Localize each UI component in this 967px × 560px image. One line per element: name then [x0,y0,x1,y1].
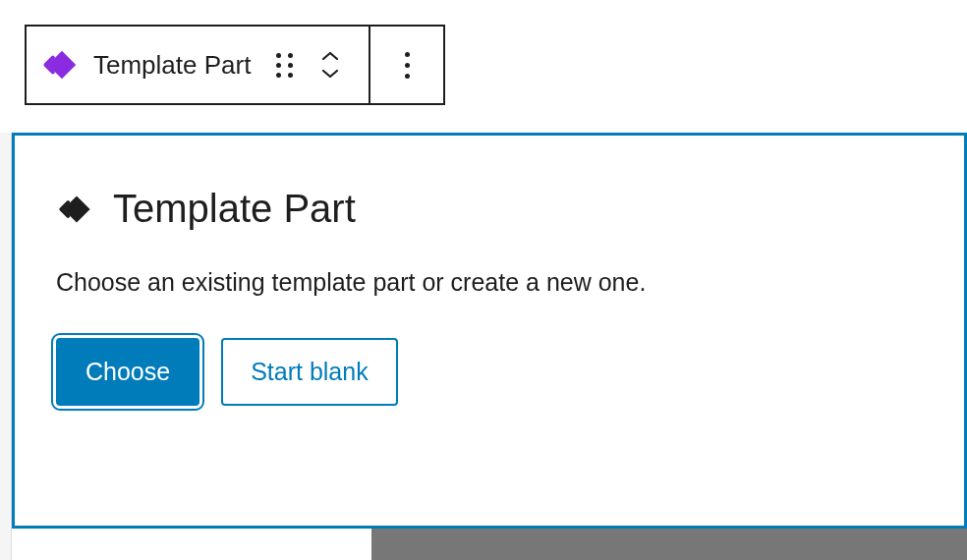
drag-handle[interactable] [268,53,300,77]
block-type-button[interactable] [40,43,84,86]
chevron-down-icon [321,69,339,79]
block-type-label: Template Part [93,50,251,81]
choose-button[interactable]: Choose [56,338,199,406]
placeholder-description: Choose an existing template part or crea… [56,268,923,297]
placeholder-header: Template Part [56,187,923,231]
template-part-placeholder: Template Part Choose an existing templat… [12,133,967,529]
move-up-button[interactable] [321,51,339,61]
footer-content-preview [371,529,967,560]
placeholder-title: Template Part [113,187,356,231]
block-movers [310,51,351,79]
editor-left-margin [0,133,12,560]
more-options-button[interactable] [405,52,410,79]
placeholder-actions: Choose Start blank [56,338,923,406]
template-part-icon [56,189,97,230]
template-part-icon [40,43,84,86]
svg-rect-1 [63,196,89,222]
start-blank-button[interactable]: Start blank [221,338,398,406]
move-down-button[interactable] [321,69,339,79]
block-toolbar: Template Part [25,25,445,105]
more-vertical-icon [405,52,410,79]
chevron-up-icon [321,51,339,61]
toolbar-group-block: Template Part [27,27,369,103]
svg-rect-0 [48,51,77,80]
toolbar-group-more [370,27,443,103]
